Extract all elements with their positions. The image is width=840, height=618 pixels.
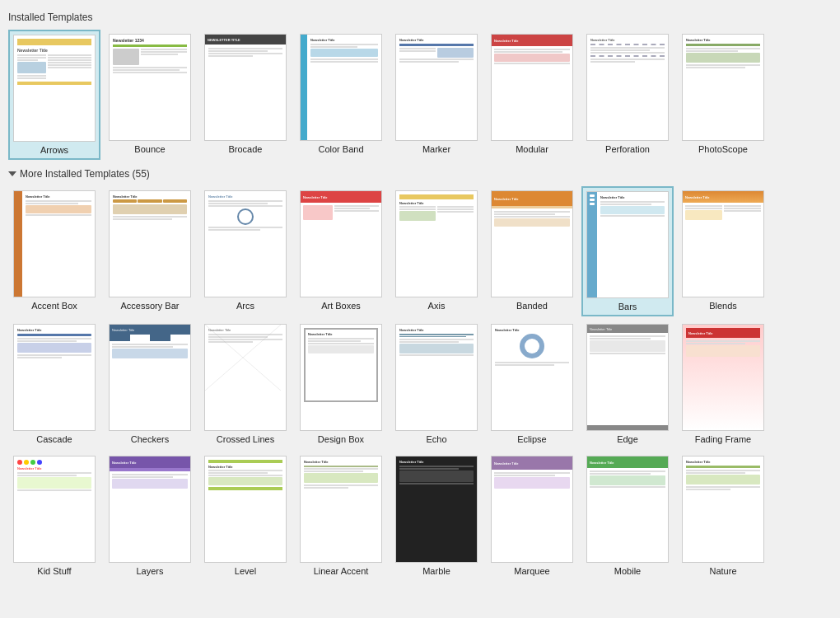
template-mobile[interactable]: Newsletter Title Mobile [581,452,674,580]
label-accentbox: Accent Box [31,301,77,311]
template-edge[interactable]: Newsletter Title Edge [581,320,674,448]
thumb-layers: Newsletter Title [109,456,191,563]
thumb-kidstuff: Newsletter Title [13,456,96,563]
thumb-bars: Newsletter Title [586,191,669,298]
more-section-toggle[interactable]: More Installed Templates (55) [8,168,832,180]
installed-section: Installed Templates Newsletter Title [8,12,832,580]
thumb-blends: Newsletter Title [682,190,764,297]
template-eclipse[interactable]: Newsletter Title Eclipse [486,320,578,448]
thumb-bounce: Newsletter 1234 [109,34,191,141]
thumb-brocade: NEWSLETTER TITLE [204,34,287,141]
thumb-axis: Newsletter Title [395,190,478,297]
label-arcs: Arcs [236,301,254,311]
more-grid: Newsletter Title Accent Box Newsletter T… [8,186,832,580]
thumb-accentbox: Newsletter Title [13,190,96,297]
thumb-colorband: Newsletter Title [300,34,382,141]
label-axis: Axis [428,301,446,311]
thumb-marquee: Newsletter Title [491,456,573,563]
thumb-photoscope: Newsletter Title [682,34,764,141]
template-kidstuff[interactable]: Newsletter Title Kid Stuff [8,452,100,580]
label-marble: Marble [422,566,450,576]
label-colorband: Color Band [318,144,363,154]
template-artboxes[interactable]: Newsletter Title Art Bo [295,186,387,316]
label-accessorybar: Accessory Bar [121,301,180,311]
label-designbox: Design Box [318,434,364,444]
thumb-banded: Newsletter Title [491,190,573,297]
template-designbox[interactable]: Newsletter Title Design Box [295,320,387,448]
template-arcs[interactable]: Newsletter Title Arcs [199,186,292,316]
label-artboxes: Art Boxes [321,301,361,311]
template-fadingframe[interactable]: Newsletter Title Fading Frame [677,320,769,448]
thumb-modular: Newsletter Title [491,34,573,141]
template-crossedlines[interactable]: Newsletter Title Crossed Lines [199,320,292,448]
label-blends: Blends [709,301,737,311]
label-brocade: Brocade [229,144,263,154]
thumb-arcs: Newsletter Title [204,190,287,297]
template-layers[interactable]: Newsletter Title Layers [104,452,196,580]
installed-grid: Newsletter Title [8,30,832,160]
template-brocade[interactable]: NEWSLETTER TITLE Brocade [199,30,292,160]
label-checkers: Checkers [131,434,169,444]
label-nature: Nature [709,566,736,576]
label-photoscope: PhotoScope [698,144,748,154]
template-marquee[interactable]: Newsletter Title Marquee [486,452,578,580]
template-accentbox[interactable]: Newsletter Title Accent Box [8,186,100,316]
template-checkers[interactable]: Newsletter Title Checkers [104,320,196,448]
thumb-marker: Newsletter Title [395,34,478,141]
template-marker[interactable]: Newsletter Title Marker [390,30,483,160]
template-nature[interactable]: Newsletter Title Nature [677,452,769,580]
label-level: Level [235,566,256,576]
label-bars: Bars [618,302,637,311]
label-bounce: Bounce [134,144,165,154]
label-kidstuff: Kid Stuff [37,566,71,576]
thumb-perforation: Newsletter Title [586,34,669,141]
template-banded[interactable]: Newsletter Title Banded [486,186,578,316]
template-photoscope[interactable]: Newsletter Title PhotoScope [677,30,769,160]
thumb-level: Newsletter Title [204,456,287,563]
template-arrows[interactable]: Newsletter Title [8,30,100,160]
label-arrows: Arrows [40,145,68,155]
template-perforation[interactable]: Newsletter Title Perforation [581,30,674,160]
label-fadingframe: Fading Frame [695,434,751,444]
thumb-linearaccent: Newsletter Title [300,456,382,563]
label-marker: Marker [422,144,450,154]
label-banded: Banded [516,301,548,311]
thumb-crossedlines: Newsletter Title [204,324,287,431]
label-echo: Echo [426,434,446,444]
template-cascade[interactable]: Newsletter Title Cascade [8,320,100,448]
thumb-checkers: Newsletter Title [109,324,191,431]
thumb-fadingframe: Newsletter Title [682,324,764,431]
label-modular: Modular [516,144,548,154]
thumb-cascade: Newsletter Title [13,324,96,431]
template-blends[interactable]: Newsletter Title [677,186,769,316]
installed-title: Installed Templates [8,12,832,23]
thumb-nature: Newsletter Title [682,456,764,563]
label-linearaccent: Linear Accent [314,566,369,576]
thumb-eclipse: Newsletter Title [491,324,573,431]
template-modular[interactable]: Newsletter Title Modular [486,30,578,160]
more-section-title: More Installed Templates (55) [20,168,150,180]
thumb-arrows: Newsletter Title [13,35,96,142]
template-linearaccent[interactable]: Newsletter Title Linear Accent [295,452,387,580]
label-perforation: Perforation [605,144,650,154]
label-edge: Edge [617,434,638,444]
label-mobile: Mobile [614,566,641,576]
template-colorband[interactable]: Newsletter Title Color Band [295,30,387,160]
template-bounce[interactable]: Newsletter 1234 Bounce [104,30,196,160]
template-marble[interactable]: Newsletter Title Marble [390,452,483,580]
template-bars[interactable]: Newsletter Title Bars [581,186,674,316]
thumb-mobile: Newsletter Title [586,456,669,563]
label-cascade: Cascade [36,434,72,444]
template-accessorybar[interactable]: Newsletter Title Accessory Bar [104,186,196,316]
thumb-edge: Newsletter Title [586,324,669,431]
label-eclipse: Eclipse [517,434,546,444]
template-axis[interactable]: Newsletter Title [390,186,483,316]
template-level[interactable]: Newsletter Title Level [199,452,292,580]
thumb-accessorybar: Newsletter Title [109,190,191,297]
label-marquee: Marquee [514,566,549,576]
thumb-artboxes: Newsletter Title [300,190,382,297]
label-layers: Layers [136,566,163,576]
collapse-arrow-icon [8,171,16,176]
label-crossedlines: Crossed Lines [217,434,274,444]
template-echo[interactable]: Newsletter Title Echo [390,320,483,448]
